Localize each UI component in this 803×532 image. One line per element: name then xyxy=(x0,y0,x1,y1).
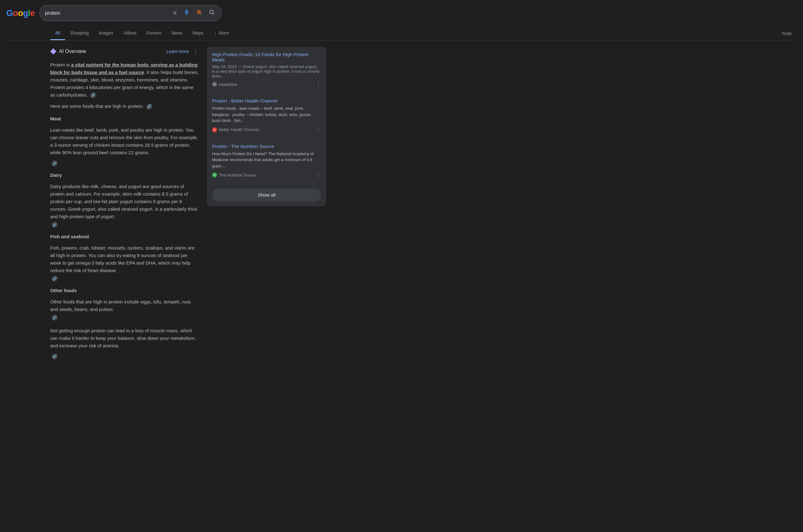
source-card: High Protein Foods: 16 Foods for High Pr… xyxy=(207,47,326,206)
ai-intro-plain: Protein is xyxy=(50,62,71,68)
section-dairy: Dairy Dairy products like milk, cheese, … xyxy=(50,171,200,228)
section-fish-content: Fish, prawns, crab, lobster, mussels, oy… xyxy=(50,244,200,274)
intro-link-icon[interactable]: 🔗 xyxy=(90,92,96,98)
source-item-2: Protein - Better Health Channel Protein … xyxy=(207,93,326,138)
ai-overview: AI Overview Learn more ⋮ Protein is a vi… xyxy=(50,47,200,360)
clear-button[interactable]: ✕ xyxy=(171,8,179,18)
tab-images[interactable]: Images xyxy=(94,27,118,40)
nav-tabs: All Shopping Images Videos Forums News M… xyxy=(6,27,797,40)
search-button[interactable] xyxy=(207,8,216,18)
foods-link-icon[interactable]: 🔗 xyxy=(146,103,152,110)
fish-link-icon[interactable]: 🔗 xyxy=(52,276,58,282)
main-content: AI Overview Learn more ⋮ Protein is a vi… xyxy=(0,40,376,366)
section-dairy-title: Dairy xyxy=(50,171,200,179)
voice-search-button[interactable] xyxy=(182,8,191,18)
source-item-3: Protein - The Nutrition Source How Much … xyxy=(207,138,326,184)
source-name-2: Better Health Channel xyxy=(219,127,259,132)
ai-more-button[interactable]: ⋮ xyxy=(191,47,200,56)
meat-link-icon[interactable]: 🔗 xyxy=(52,160,58,167)
source-date-text-1: May 18, 2023 xyxy=(212,64,237,69)
source-title-1[interactable]: High Protein Foods: 16 Foods for High Pr… xyxy=(212,52,321,62)
tab-maps[interactable]: Maps xyxy=(188,27,208,40)
section-fish: Fish and seafood Fish, prawns, crab, lob… xyxy=(50,233,200,282)
show-all-button[interactable]: Show all xyxy=(212,188,321,201)
search-icons: ✕ xyxy=(171,8,216,18)
section-other-content: Other foods that are high in protein inc… xyxy=(50,298,200,313)
lens-button[interactable] xyxy=(195,8,204,18)
source-footer-2: B Better Health Channel ⋮ xyxy=(212,126,321,133)
section-other: Other foods Other foods that are high in… xyxy=(50,287,200,321)
ai-header-right: Learn more ⋮ xyxy=(166,47,200,56)
svg-rect-0 xyxy=(186,10,188,13)
search-bar: protein ✕ xyxy=(39,5,221,21)
clear-icon: ✕ xyxy=(172,10,177,17)
lens-icon xyxy=(196,9,202,17)
learn-more-link[interactable]: Learn more xyxy=(166,49,189,54)
source-title-2[interactable]: Protein - Better Health Channel xyxy=(212,98,321,103)
favicon-icon-3: N xyxy=(212,172,217,177)
favicon-icon-2: B xyxy=(212,127,217,132)
source-favicon-2: B Better Health Channel xyxy=(212,127,259,132)
ai-overview-title: AI Overview xyxy=(59,49,86,54)
source-favicon-3: N The Nutrition Source xyxy=(212,172,256,177)
source-footer-1: H Healthline ⋮ xyxy=(212,81,321,88)
header-top: Google protein ✕ xyxy=(6,5,797,21)
source-more-2[interactable]: ⋮ xyxy=(316,126,321,133)
tab-more[interactable]: ⋮ More xyxy=(208,27,234,40)
right-panel: High Protein Foods: 16 Foods for High Pr… xyxy=(207,47,326,360)
section-dairy-content: Dairy products like milk, cheese, and yo… xyxy=(50,183,200,221)
tab-all[interactable]: All xyxy=(50,27,65,40)
source-name-1: Healthline xyxy=(219,82,237,87)
section-meat: Meat Lean meats like beef, lamb, pork, a… xyxy=(50,115,200,167)
source-name-3: The Nutrition Source xyxy=(219,173,256,177)
search-magnify-icon xyxy=(209,9,215,17)
source-excerpt-2: Protein foods · lean meats – beef, lamb,… xyxy=(212,105,321,124)
favicon-letter-1: H xyxy=(213,83,216,86)
ai-overview-content: Protein is a vital nutrient for the huma… xyxy=(50,61,200,360)
favicon-letter-2: B xyxy=(213,128,216,131)
favicon-icon-1: H xyxy=(212,82,217,87)
tab-videos[interactable]: Videos xyxy=(118,27,142,40)
source-favicon-1: H Healthline xyxy=(212,82,237,87)
source-footer-3: N The Nutrition Source ⋮ xyxy=(212,171,321,178)
svg-point-4 xyxy=(210,10,213,14)
section-meat-title: Meat xyxy=(50,115,200,122)
mic-icon xyxy=(184,9,190,17)
google-logo: Google xyxy=(6,8,35,18)
ai-intro-paragraph: Protein is a vital nutrient for the huma… xyxy=(50,61,200,99)
dairy-link-icon[interactable]: 🔗 xyxy=(52,222,58,228)
search-input[interactable]: protein xyxy=(45,10,169,16)
footer-link-icon[interactable]: 🔗 xyxy=(52,353,58,360)
favicon-letter-3: N xyxy=(213,173,216,176)
other-link-icon[interactable]: 🔗 xyxy=(52,315,58,321)
tab-shopping[interactable]: Shopping xyxy=(65,27,94,40)
section-fish-title: Fish and seafood xyxy=(50,233,200,241)
section-meat-content: Lean meats like beef, lamb, pork, and po… xyxy=(50,126,200,156)
ai-diamond-icon xyxy=(50,48,56,55)
ai-overview-header: AI Overview Learn more ⋮ xyxy=(50,47,200,56)
source-date-1: May 18, 2023 — Greek yogurt, also called… xyxy=(212,64,321,78)
source-title-3[interactable]: Protein - The Nutrition Source xyxy=(212,144,321,149)
tab-forums[interactable]: Forums xyxy=(142,27,166,40)
source-more-1[interactable]: ⋮ xyxy=(316,81,321,88)
ai-footer-paragraph: Not getting enough protein can lead to a… xyxy=(50,327,200,349)
header: Google protein ✕ xyxy=(0,0,803,40)
foods-heading: Here are some foods that are high in pro… xyxy=(50,102,200,110)
source-item-1: High Protein Foods: 16 Foods for High Pr… xyxy=(207,47,326,93)
section-other-title: Other foods xyxy=(50,287,200,294)
ai-header-left: AI Overview xyxy=(50,48,86,55)
source-excerpt-3: How Much Protein Do I Need? The National… xyxy=(212,151,321,169)
tab-news[interactable]: News xyxy=(167,27,188,40)
source-date-separator-1: — xyxy=(238,64,243,69)
source-more-3[interactable]: ⋮ xyxy=(316,171,321,178)
foods-heading-text: Here are some foods that are high in pro… xyxy=(50,103,144,109)
tab-tools[interactable]: Tools xyxy=(776,27,797,40)
